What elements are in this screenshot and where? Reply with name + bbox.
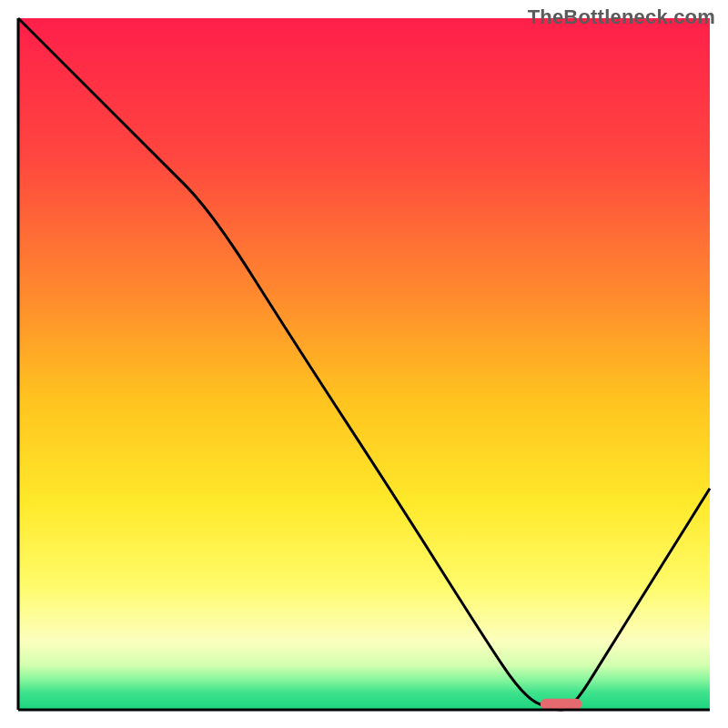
sweet-spot-marker bbox=[541, 699, 582, 710]
bottleneck-chart: TheBottleneck.com bbox=[0, 0, 728, 728]
plot-area bbox=[18, 18, 710, 710]
watermark-text: TheBottleneck.com bbox=[528, 5, 715, 29]
chart-svg bbox=[0, 0, 728, 728]
